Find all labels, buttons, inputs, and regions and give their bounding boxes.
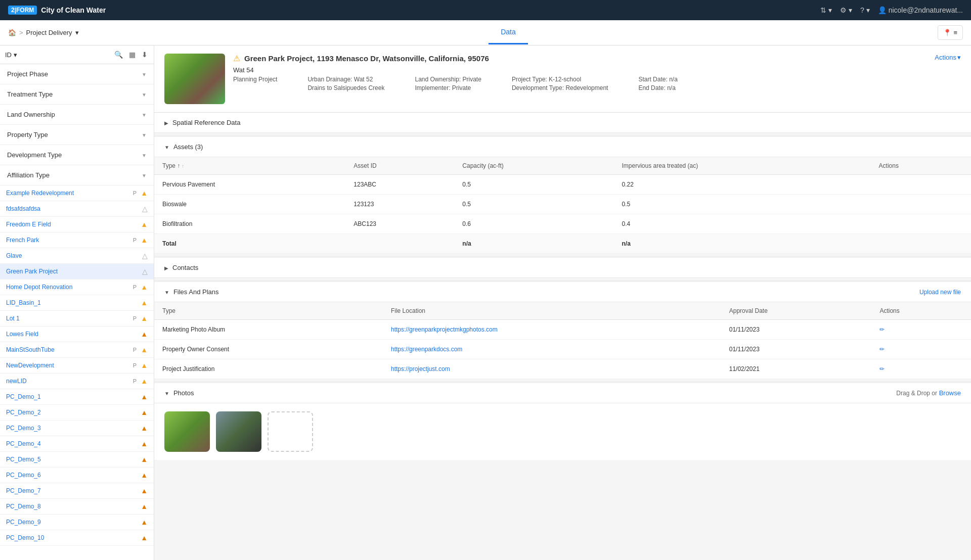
filter-affiliation-type-chevron bbox=[142, 172, 147, 179]
edit-icon[interactable]: ✏ bbox=[879, 326, 885, 333]
sidebar-toolbar: ID ▾ 🔍 ▦ ⬇ bbox=[0, 45, 154, 64]
list-item-name: NewDevelopment bbox=[6, 362, 133, 369]
actions-button[interactable]: Actions ▾ bbox=[935, 54, 961, 61]
app-logo: 2|FORM City of Clean Water bbox=[8, 6, 106, 15]
assets-table-head: Type ↑ Asset ID Capacity (ac-ft) Impervi… bbox=[154, 157, 971, 175]
settings-icon[interactable]: ⚙ ▾ bbox=[840, 6, 852, 14]
files-table-head: Type File Location Approval Date Actions bbox=[154, 302, 971, 320]
total-empty bbox=[345, 234, 454, 254]
breadcrumb-dropdown-icon[interactable]: ▾ bbox=[75, 29, 79, 36]
filter-property-type-chevron bbox=[142, 131, 147, 138]
search-button[interactable]: 🔍 bbox=[113, 50, 124, 60]
assets-total-row: Total n/a n/a bbox=[154, 234, 971, 254]
file-location: https://projectjust.com bbox=[383, 359, 721, 379]
filter-land-ownership[interactable]: Land Ownership bbox=[0, 105, 154, 125]
list-item[interactable]: PC_Demo_2▲ bbox=[0, 405, 154, 421]
list-item-warning-icon: ▲ bbox=[141, 424, 148, 432]
asset-id: ABC123 bbox=[345, 214, 454, 234]
list-item[interactable]: Lot 1P▲ bbox=[0, 311, 154, 326]
list-item[interactable]: PC_Demo_10▲ bbox=[0, 530, 154, 546]
assets-header[interactable]: Assets (3) bbox=[154, 137, 971, 157]
list-item-name: Glave bbox=[6, 252, 138, 259]
list-item[interactable]: PC_Demo_7▲ bbox=[0, 483, 154, 499]
list-item[interactable]: PC_Demo_9▲ bbox=[0, 515, 154, 530]
list-item[interactable]: PC_Demo_1▲ bbox=[0, 389, 154, 405]
actions-label: Actions bbox=[935, 54, 956, 61]
contacts-header[interactable]: Contacts bbox=[154, 258, 971, 278]
list-item[interactable]: newLIDP▲ bbox=[0, 374, 154, 389]
list-item[interactable]: PC_Demo_3▲ bbox=[0, 421, 154, 436]
file-url[interactable]: https://greenparkdocs.com bbox=[391, 346, 462, 353]
tab-data[interactable]: Data bbox=[489, 21, 528, 44]
list-item[interactable]: fdsafdsafdsa△ bbox=[0, 201, 154, 217]
list-item[interactable]: Glave△ bbox=[0, 248, 154, 264]
arrows-icon[interactable]: ⇅ ▾ bbox=[820, 6, 832, 14]
photo-empty-slot[interactable] bbox=[268, 411, 313, 452]
list-item[interactable]: PC_Demo_5▲ bbox=[0, 452, 154, 468]
file-url[interactable]: https://greenparkprojectmkgphotos.com bbox=[391, 326, 498, 333]
upload-link[interactable]: Upload new file bbox=[919, 289, 961, 296]
filter-land-ownership-label: Land Ownership bbox=[7, 111, 55, 118]
files-header[interactable]: Files And Plans Upload new file bbox=[154, 282, 971, 302]
list-item-warning-icon: ▲ bbox=[141, 393, 148, 401]
list-item[interactable]: MainStSouthTubeP▲ bbox=[0, 342, 154, 358]
assets-table-header-row: Type ↑ Asset ID Capacity (ac-ft) Impervi… bbox=[154, 157, 971, 175]
list-item[interactable]: Example RedevelopmentP▲ bbox=[0, 185, 154, 201]
contacts-chevron bbox=[164, 264, 168, 271]
col-type[interactable]: Type ↑ bbox=[154, 157, 345, 175]
project-name: Green Park Project, 1193 Menasco Dr, Wat… bbox=[244, 54, 489, 63]
file-type: Property Owner Consent bbox=[154, 340, 383, 359]
browse-link[interactable]: Browse bbox=[939, 389, 961, 397]
list-item-warning-icon: △ bbox=[142, 267, 148, 275]
list-item[interactable]: NewDevelopmentP▲ bbox=[0, 358, 154, 374]
meta-col-2: Urban Drainage: Wat 52 Drains to Salsipu… bbox=[307, 76, 384, 91]
list-item[interactable]: French ParkP▲ bbox=[0, 232, 154, 248]
end-date: End Date: n/a bbox=[638, 84, 677, 91]
photos-header[interactable]: Photos Drag & Drop or Browse bbox=[154, 383, 971, 403]
list-item[interactable]: Freedom E Field▲ bbox=[0, 217, 154, 232]
list-item-badge: P bbox=[133, 190, 137, 196]
list-item[interactable]: Lowes Field▲ bbox=[0, 326, 154, 342]
spatial-reference-header[interactable]: Spatial Reference Data bbox=[154, 113, 971, 133]
filter-development-type[interactable]: Development Type bbox=[0, 145, 154, 165]
files-title-group: Files And Plans bbox=[164, 288, 219, 296]
home-link[interactable]: 🏠 bbox=[8, 29, 16, 36]
filter-property-type[interactable]: Property Type bbox=[0, 125, 154, 145]
help-icon[interactable]: ? ▾ bbox=[860, 6, 870, 14]
list-item-name: Freedom E Field bbox=[6, 221, 137, 228]
user-icon[interactable]: 👤 nicole@2ndnaturewat... bbox=[878, 6, 963, 14]
list-item-name: PC_Demo_4 bbox=[6, 440, 137, 447]
edit-icon[interactable]: ✏ bbox=[879, 346, 885, 353]
list-item[interactable]: Green Park Project△ bbox=[0, 264, 154, 279]
filter-project-phase[interactable]: Project Phase bbox=[0, 64, 154, 84]
files-table-body: Marketing Photo Album https://greenparkp… bbox=[154, 320, 971, 379]
list-item[interactable]: PC_Demo_8▲ bbox=[0, 499, 154, 515]
list-item-name: French Park bbox=[6, 237, 133, 244]
edit-icon[interactable]: ✏ bbox=[879, 365, 885, 372]
list-item[interactable]: Home Depot RenovationP▲ bbox=[0, 279, 154, 295]
filter-treatment-type[interactable]: Treatment Type bbox=[0, 84, 154, 105]
list-item-badge: P bbox=[133, 237, 137, 243]
photo-1[interactable] bbox=[164, 411, 210, 452]
file-approval-date: 11/02/2021 bbox=[721, 359, 872, 379]
col-actions: Actions bbox=[871, 157, 971, 175]
list-item-warning-icon: ▲ bbox=[141, 283, 148, 291]
subheader: 🏠 > Project Delivery ▾ Data 📍 ≡ bbox=[0, 20, 971, 45]
navbar: 2|FORM City of Clean Water ⇅ ▾ ⚙ ▾ ? ▾ 👤… bbox=[0, 0, 971, 20]
list-item[interactable]: PC_Demo_4▲ bbox=[0, 436, 154, 452]
start-date: Start Date: n/a bbox=[638, 76, 677, 83]
photos-chevron bbox=[164, 390, 169, 397]
photo-2[interactable] bbox=[216, 411, 261, 452]
filter-button[interactable]: ▦ bbox=[128, 50, 137, 60]
download-button[interactable]: ⬇ bbox=[141, 50, 149, 60]
list-item-name: PC_Demo_5 bbox=[6, 456, 137, 463]
filter-affiliation-type[interactable]: Affiliation Type bbox=[0, 165, 154, 185]
photos-title: Photos bbox=[173, 389, 194, 397]
list-item[interactable]: LID_Basin_1▲ bbox=[0, 295, 154, 311]
meta-col-4: Project Type: K-12-school Development Ty… bbox=[512, 76, 608, 91]
breadcrumb-current: Project Delivery bbox=[26, 29, 72, 36]
list-item-warning-icon: ▲ bbox=[141, 314, 148, 322]
map-button[interactable]: 📍 ≡ bbox=[938, 25, 963, 40]
list-item[interactable]: PC_Demo_6▲ bbox=[0, 468, 154, 483]
file-url[interactable]: https://projectjust.com bbox=[391, 365, 450, 372]
